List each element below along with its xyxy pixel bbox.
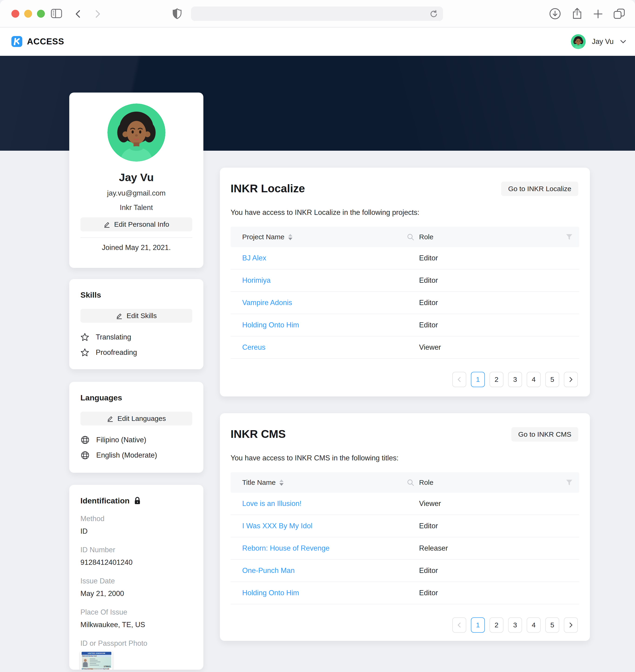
skills-card: Skills Edit Skills Translating Proofread… <box>69 279 203 369</box>
title-link[interactable]: Reborn: House of Revenge <box>242 544 330 552</box>
edit-skills-button[interactable]: Edit Skills <box>81 309 192 323</box>
table-header: Project Name Role <box>231 227 579 247</box>
goto-inkr-localize-button[interactable]: Go to INKR Localize <box>501 181 578 196</box>
languages-card: Languages Edit Languages Filipino (Nativ… <box>69 382 203 473</box>
table-header: Title Name Role <box>231 472 579 493</box>
id-card-mrz-line1: CHTA623599AA<<<<<<<<<<<527160 <box>82 668 111 670</box>
page-button-1[interactable]: 1 <box>471 617 485 633</box>
table-row: Cereus Viewer <box>231 337 579 359</box>
table-row: BJ Alex Editor <box>231 247 579 269</box>
column-project-name: Project Name <box>242 233 284 241</box>
language-item: English (Moderate) <box>81 450 192 460</box>
project-link[interactable]: Cereus <box>242 343 265 352</box>
browser-toolbar <box>0 0 635 27</box>
inkr-logo[interactable] <box>12 36 22 47</box>
project-link[interactable]: Vampire Adonis <box>242 299 292 307</box>
close-window-button[interactable] <box>12 10 19 18</box>
language-label: Filipino (Native) <box>96 436 146 444</box>
id-card-doc-type: National Identity Card <box>82 655 97 657</box>
title-link[interactable]: One-Punch Man <box>242 566 295 575</box>
zoom-window-button[interactable] <box>37 10 45 18</box>
tab-overview-icon[interactable] <box>613 8 626 20</box>
project-link[interactable]: BJ Alex <box>242 254 266 262</box>
forward-button[interactable] <box>93 9 102 19</box>
role-value: Editor <box>419 522 438 530</box>
project-link[interactable]: Horimiya <box>242 276 270 285</box>
back-button[interactable] <box>74 9 82 19</box>
address-bar[interactable] <box>191 6 443 21</box>
role-value: Editor <box>419 299 438 307</box>
edit-pen-icon <box>116 312 123 319</box>
prev-page-button[interactable] <box>452 372 466 387</box>
table-row: Love is an Illusion! Viewer <box>231 493 579 515</box>
page-button-4[interactable]: 4 <box>527 617 541 633</box>
search-icon[interactable] <box>407 479 415 487</box>
edit-pen-icon <box>104 221 110 228</box>
user-menu[interactable]: Jay Vu <box>571 27 630 56</box>
id-card-photo <box>82 658 88 667</box>
id-card-country: UNITED KINGDOM <box>82 652 111 655</box>
filter-funnel-icon[interactable] <box>566 479 573 486</box>
field-label: Method <box>81 515 192 523</box>
share-icon[interactable] <box>571 7 583 20</box>
table-row: I Was XXX By My Idol Editor <box>231 515 579 537</box>
table-row: Holding Onto Him Editor <box>231 582 579 604</box>
inkr-cms-card: INKR CMS Go to INKR CMS You have access … <box>220 413 590 641</box>
minimize-window-button[interactable] <box>24 10 32 18</box>
sidebar-toggle-icon[interactable] <box>51 8 62 19</box>
downloads-icon[interactable] <box>549 8 561 20</box>
sort-icon[interactable] <box>279 479 284 486</box>
page-button-3[interactable]: 3 <box>508 372 522 387</box>
privacy-shield-icon[interactable] <box>173 8 182 20</box>
page-button-5[interactable]: 5 <box>545 372 559 387</box>
globe-icon <box>81 451 90 460</box>
id-card-body: 175521 <box>82 657 111 668</box>
page-button-1[interactable]: 1 <box>471 372 485 387</box>
column-title-name: Title Name <box>242 479 276 486</box>
role-value: Viewer <box>419 343 441 352</box>
project-link[interactable]: Holding Onto Him <box>242 321 299 329</box>
title-link[interactable]: Holding Onto Him <box>242 589 299 597</box>
id-photo-thumbnail[interactable]: UNITED KINGDOM National Identity Card 17… <box>81 651 112 670</box>
edit-personal-info-button[interactable]: Edit Personal Info <box>81 217 192 231</box>
field-label: ID Number <box>81 546 192 554</box>
window-controls <box>12 10 45 18</box>
profile-email: jay.vu@gmail.com <box>81 189 192 197</box>
lock-icon <box>134 497 141 504</box>
skill-item: Translating <box>81 332 192 342</box>
divider <box>81 237 192 238</box>
title-link[interactable]: I Was XXX By My Idol <box>242 522 312 530</box>
app-header: ACCESS Jay Vu <box>0 27 635 56</box>
browser-window: ACCESS Jay Vu Jay Vu jay.vu@gmail.com In… <box>0 0 635 672</box>
app-title: ACCESS <box>27 37 64 46</box>
pagination: 1 2 3 4 5 <box>231 617 579 633</box>
page-button-3[interactable]: 3 <box>508 617 522 633</box>
title-link[interactable]: Love is an Illusion! <box>242 499 302 508</box>
joined-date: Joined May 21, 2021. <box>81 243 192 252</box>
user-avatar <box>571 34 586 49</box>
prev-page-button[interactable] <box>452 617 466 633</box>
next-page-button[interactable] <box>564 617 578 633</box>
next-page-button[interactable] <box>564 372 578 387</box>
profile-avatar <box>107 104 166 161</box>
sort-icon[interactable] <box>288 234 292 240</box>
new-tab-icon[interactable] <box>593 8 604 19</box>
localize-table: Project Name Role BJ Alex Editor Horimiy… <box>231 227 579 359</box>
identification-card: Identification Method ID ID Number 91284… <box>69 485 203 670</box>
chevron-down-icon <box>620 39 627 44</box>
profile-name: Jay Vu <box>81 171 192 184</box>
reload-icon[interactable] <box>430 10 438 18</box>
edit-languages-button[interactable]: Edit Languages <box>81 412 192 426</box>
page-button-2[interactable]: 2 <box>489 372 503 387</box>
filter-funnel-icon[interactable] <box>566 234 573 240</box>
search-icon[interactable] <box>407 233 415 241</box>
skills-title: Skills <box>81 290 192 300</box>
role-value: Editor <box>419 321 438 329</box>
page-button-4[interactable]: 4 <box>527 372 541 387</box>
field-label: Place Of Issue <box>81 608 192 616</box>
role-value: Releaser <box>419 544 448 552</box>
page-button-5[interactable]: 5 <box>545 617 559 633</box>
inkr-localize-card: INKR Localize Go to INKR Localize You ha… <box>220 168 590 396</box>
page-button-2[interactable]: 2 <box>489 617 503 633</box>
goto-inkr-cms-button[interactable]: Go to INKR CMS <box>511 427 578 441</box>
